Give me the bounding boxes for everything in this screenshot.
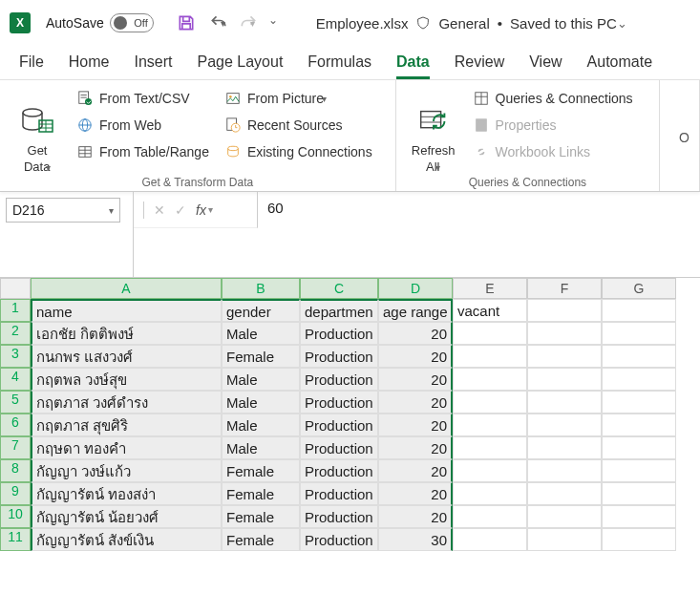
row-header[interactable]: 6 bbox=[0, 414, 31, 436]
cell[interactable]: กฤษดา ทองคำ bbox=[31, 436, 222, 459]
autosave-toggle[interactable]: Off bbox=[110, 13, 154, 32]
cell[interactable]: 20 bbox=[378, 391, 453, 414]
worksheet-grid[interactable]: ABCDEFG1namegenderdepartmenage rangevaca… bbox=[0, 278, 700, 551]
qat-customize-icon[interactable]: ⌄ bbox=[268, 13, 287, 32]
cell[interactable]: 20 bbox=[378, 322, 453, 345]
chevron-down-icon[interactable]: ⌄ bbox=[617, 16, 627, 31]
undo-button[interactable]: ▾ bbox=[209, 13, 225, 32]
fx-icon[interactable]: fx bbox=[196, 202, 206, 218]
tab-review[interactable]: Review bbox=[455, 53, 504, 79]
cell[interactable] bbox=[602, 368, 676, 391]
cell[interactable]: Male bbox=[222, 436, 300, 459]
row-header[interactable]: 4 bbox=[0, 368, 31, 391]
row-header[interactable]: 2 bbox=[0, 322, 31, 345]
cell[interactable] bbox=[602, 436, 676, 459]
get-data-button[interactable]: Get Data ▾ bbox=[10, 86, 65, 174]
cell[interactable] bbox=[527, 368, 602, 391]
cell[interactable]: 20 bbox=[378, 414, 453, 436]
cell[interactable]: กัญญารัตน์ น้อยวงศ์ bbox=[31, 505, 222, 528]
cell[interactable]: กัญญา วงษ์แก้ว bbox=[31, 459, 222, 482]
chevron-down-icon[interactable]: ▾ bbox=[208, 204, 213, 215]
cell[interactable] bbox=[453, 482, 527, 505]
formula-input[interactable]: 60 bbox=[258, 192, 700, 228]
column-header[interactable]: F bbox=[527, 278, 602, 299]
cell[interactable]: Female bbox=[222, 459, 300, 482]
cell[interactable] bbox=[527, 482, 602, 505]
cell[interactable] bbox=[602, 505, 676, 528]
row-header[interactable]: 7 bbox=[0, 436, 31, 459]
cell[interactable] bbox=[453, 391, 527, 414]
cell[interactable]: 20 bbox=[378, 368, 453, 391]
cell[interactable]: Male bbox=[222, 322, 300, 345]
cell[interactable]: กฤตภาส วงศ์ดำรง bbox=[31, 391, 222, 414]
cell[interactable]: เอกชัย กิตติพงษ์ bbox=[31, 322, 222, 345]
name-box[interactable]: D216 ▾ bbox=[6, 198, 120, 223]
chevron-down-icon[interactable]: ▾ bbox=[250, 18, 255, 29]
column-header[interactable]: A bbox=[31, 278, 222, 299]
sensitivity-label[interactable]: General bbox=[438, 15, 489, 32]
cell[interactable] bbox=[602, 414, 676, 436]
tab-file[interactable]: File bbox=[19, 53, 44, 79]
row-header[interactable]: 9 bbox=[0, 482, 31, 505]
tab-automate[interactable]: Automate bbox=[587, 53, 652, 79]
cell[interactable]: 20 bbox=[378, 482, 453, 505]
cell[interactable] bbox=[527, 299, 602, 322]
cell[interactable] bbox=[602, 482, 676, 505]
cell[interactable]: Production bbox=[300, 528, 378, 551]
row-header[interactable]: 10 bbox=[0, 505, 31, 528]
column-header[interactable]: E bbox=[453, 278, 527, 299]
cell[interactable]: Female bbox=[222, 482, 300, 505]
row-header[interactable]: 11 bbox=[0, 528, 31, 551]
cell[interactable]: กนกพร แสงวงศ์ bbox=[31, 345, 222, 368]
enter-formula-icon[interactable]: ✓ bbox=[175, 202, 186, 218]
cell[interactable] bbox=[527, 436, 602, 459]
cell[interactable]: กัญญารัตน์ สังข์เงิน bbox=[31, 528, 222, 551]
from-text-csv-button[interactable]: From Text/CSV bbox=[73, 88, 213, 109]
cell[interactable]: กฤตภาส สุขศิริ bbox=[31, 414, 222, 436]
from-web-button[interactable]: From Web bbox=[73, 115, 213, 136]
tab-data[interactable]: Data bbox=[396, 53, 430, 79]
cell[interactable] bbox=[453, 459, 527, 482]
cell[interactable]: gender bbox=[222, 299, 300, 322]
cell[interactable]: 30 bbox=[378, 528, 453, 551]
cell[interactable]: Male bbox=[222, 368, 300, 391]
cell[interactable]: departmen bbox=[300, 299, 378, 322]
cell[interactable] bbox=[602, 459, 676, 482]
cell[interactable] bbox=[453, 322, 527, 345]
column-header[interactable]: C bbox=[300, 278, 378, 299]
cell[interactable]: Male bbox=[222, 391, 300, 414]
cell[interactable]: กฤตพล วงษ์สุข bbox=[31, 368, 222, 391]
cell[interactable] bbox=[602, 345, 676, 368]
cell[interactable] bbox=[527, 322, 602, 345]
redo-button[interactable]: ▾ bbox=[239, 13, 255, 32]
cell[interactable]: 20 bbox=[378, 345, 453, 368]
save-icon[interactable] bbox=[177, 13, 196, 32]
cell[interactable]: Production bbox=[300, 459, 378, 482]
cell[interactable]: Production bbox=[300, 368, 378, 391]
cancel-formula-icon[interactable]: ✕ bbox=[154, 202, 165, 218]
cell[interactable] bbox=[453, 414, 527, 436]
cell[interactable] bbox=[602, 299, 676, 322]
cell[interactable] bbox=[453, 528, 527, 551]
cell[interactable]: Production bbox=[300, 436, 378, 459]
cell[interactable] bbox=[602, 528, 676, 551]
cell[interactable]: Production bbox=[300, 482, 378, 505]
column-header[interactable]: D bbox=[378, 278, 453, 299]
cell[interactable]: Female bbox=[222, 345, 300, 368]
cell[interactable] bbox=[453, 436, 527, 459]
row-header[interactable]: 1 bbox=[0, 299, 31, 322]
existing-connections-button[interactable]: Existing Connections bbox=[221, 141, 376, 162]
tab-view[interactable]: View bbox=[529, 53, 562, 79]
from-table-range-button[interactable]: From Table/Range bbox=[73, 141, 213, 162]
cell[interactable]: 20 bbox=[378, 436, 453, 459]
cell[interactable]: กัญญารัตน์ ทองสง่า bbox=[31, 482, 222, 505]
cell[interactable]: 20 bbox=[378, 505, 453, 528]
column-header[interactable]: B bbox=[222, 278, 300, 299]
recent-sources-button[interactable]: Recent Sources bbox=[221, 115, 376, 136]
cell[interactable]: name bbox=[31, 299, 222, 322]
cell[interactable]: vacant bbox=[453, 299, 527, 322]
cell[interactable]: Production bbox=[300, 322, 378, 345]
tab-home[interactable]: Home bbox=[69, 53, 110, 79]
cell[interactable] bbox=[453, 368, 527, 391]
cell[interactable]: 20 bbox=[378, 459, 453, 482]
